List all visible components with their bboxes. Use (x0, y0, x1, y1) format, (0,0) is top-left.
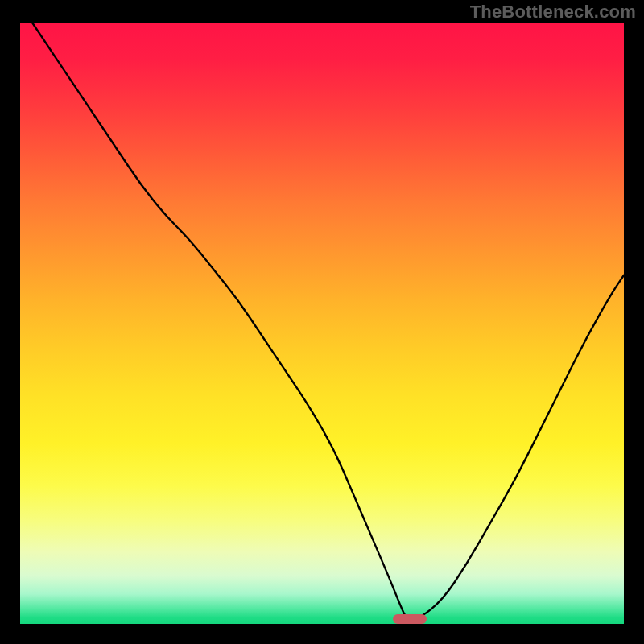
bottleneck-curve (20, 23, 624, 624)
plot-area (20, 23, 624, 624)
watermark-text: TheBottleneck.com (470, 2, 636, 23)
optimal-marker (393, 614, 427, 624)
chart-container: TheBottleneck.com (0, 0, 644, 644)
